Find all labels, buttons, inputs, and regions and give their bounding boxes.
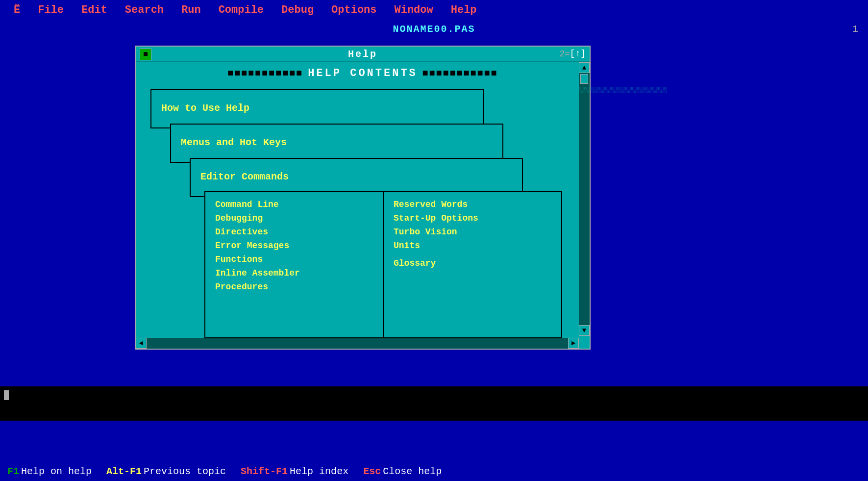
link-startup-options[interactable]: Start-Up Options bbox=[394, 213, 551, 223]
panel2-label: Menus and Hot Keys bbox=[171, 125, 502, 151]
help-scrollbar: ▲ ░░░░░░░░░░░░░░░░░░░░░░░░░░░░░░░░░░░░░░… bbox=[579, 62, 590, 336]
hscroll-track[interactable] bbox=[147, 338, 568, 349]
right-column: Reserved Words Start-Up Options Turbo Vi… bbox=[384, 192, 561, 337]
scroll-thumb[interactable] bbox=[580, 74, 588, 84]
menu-options[interactable]: Options bbox=[322, 2, 385, 18]
editor-area bbox=[0, 386, 868, 421]
shift-f1-key: Shift-F1 bbox=[241, 466, 288, 477]
maximize-button[interactable]: [↑] bbox=[570, 49, 586, 58]
link-turbo-vision[interactable]: Turbo Vision bbox=[394, 227, 551, 237]
panel-how-to-use-help[interactable]: How to Use Help bbox=[150, 89, 484, 128]
panel-menus-hot-keys[interactable]: Menus and Hot Keys bbox=[170, 124, 503, 163]
text-cursor bbox=[4, 390, 9, 400]
esc-label: Close help bbox=[383, 466, 442, 477]
close-icon: ■ bbox=[143, 50, 148, 59]
menu-compile[interactable]: Compile bbox=[210, 2, 273, 18]
panels-container: How to Use Help Menus and Hot Keys Edito… bbox=[136, 84, 590, 325]
f1-label: Help on help bbox=[21, 466, 92, 477]
menu-window[interactable]: Window bbox=[386, 2, 442, 18]
menu-search[interactable]: Search bbox=[116, 2, 173, 18]
file-title: NONAME00.PAS bbox=[393, 24, 475, 35]
main-content-panel: Command Line Debugging Directives Error … bbox=[204, 191, 562, 338]
link-reserved-words[interactable]: Reserved Words bbox=[394, 200, 551, 209]
help-contents-header: ■■■■■■■■■■■ HELP CONTENTS ■■■■■■■■■■■ bbox=[136, 62, 590, 84]
alt-f1-label: Previous topic bbox=[144, 466, 226, 477]
help-hscrollbar: ◄ ► bbox=[136, 338, 579, 349]
menu-debug[interactable]: Debug bbox=[273, 2, 322, 18]
help-contents-title: HELP CONTENTS bbox=[308, 67, 418, 79]
up-arrow-icon: [↑] bbox=[570, 49, 586, 58]
menu-help[interactable]: Help bbox=[442, 2, 486, 18]
link-inline-assembler[interactable]: Inline Assembler bbox=[215, 268, 373, 278]
scroll-right-button[interactable]: ► bbox=[568, 338, 579, 349]
panel3-label: Editor Commands bbox=[191, 159, 522, 185]
window-number: 1 bbox=[852, 24, 858, 35]
link-units[interactable]: Units bbox=[394, 241, 551, 251]
close-button[interactable]: ■ bbox=[140, 49, 151, 60]
help-window-num: 2= bbox=[559, 49, 570, 59]
link-error-messages[interactable]: Error Messages bbox=[215, 241, 373, 251]
menu-run[interactable]: Run bbox=[173, 2, 210, 18]
menu-bar: Ë File Edit Search Run Compile Debug Opt… bbox=[0, 0, 868, 20]
panel1-label: How to Use Help bbox=[151, 90, 483, 116]
menu-e[interactable]: Ë bbox=[5, 2, 29, 18]
scroll-left-button[interactable]: ◄ bbox=[136, 338, 147, 349]
block-chars-left: ■■■■■■■■■■■ bbox=[227, 68, 303, 79]
status-bar: F1 Help on help Alt-F1 Previous topic Sh… bbox=[0, 461, 868, 481]
menu-edit[interactable]: Edit bbox=[73, 2, 116, 18]
f1-key: F1 bbox=[7, 466, 19, 477]
scroll-track[interactable]: ░░░░░░░░░░░░░░░░░░░░░░░░░░░░░░░░░░░░░░░░… bbox=[579, 73, 590, 325]
esc-key: Esc bbox=[363, 466, 381, 477]
link-procedures[interactable]: Procedures bbox=[215, 282, 373, 292]
link-glossary[interactable]: Glossary bbox=[394, 258, 551, 268]
shift-f1-label: Help index bbox=[290, 466, 348, 477]
link-directives[interactable]: Directives bbox=[215, 227, 373, 237]
left-column: Command Line Debugging Directives Error … bbox=[205, 192, 384, 337]
main-area: ■ Help 2= [↑] ■■■■■■■■■■■ HELP CONTENTS … bbox=[0, 38, 868, 440]
block-chars-right: ■■■■■■■■■■■ bbox=[422, 68, 498, 79]
link-functions[interactable]: Functions bbox=[215, 254, 373, 264]
menu-file[interactable]: File bbox=[29, 2, 73, 18]
scroll-down-button[interactable]: ▼ bbox=[579, 325, 590, 336]
help-title-bar: ■ Help 2= [↑] bbox=[136, 47, 590, 62]
link-command-line[interactable]: Command Line bbox=[215, 200, 373, 209]
help-window-title: Help bbox=[348, 49, 377, 60]
help-window: ■ Help 2= [↑] ■■■■■■■■■■■ HELP CONTENTS … bbox=[135, 46, 591, 350]
title-bar: NONAME00.PAS 1 bbox=[0, 20, 868, 38]
scroll-up-button[interactable]: ▲ bbox=[579, 62, 590, 73]
alt-f1-key: Alt-F1 bbox=[106, 466, 142, 477]
link-debugging[interactable]: Debugging bbox=[215, 213, 373, 223]
